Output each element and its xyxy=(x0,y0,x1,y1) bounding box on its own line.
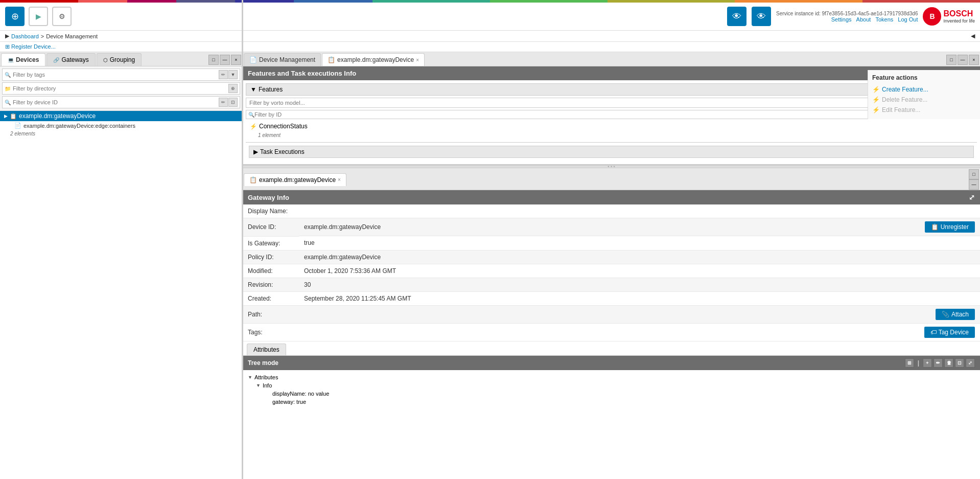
panel-resize-handle[interactable] xyxy=(242,52,243,479)
gateway-tab-close[interactable]: × xyxy=(416,57,419,63)
tree-mode-controls: ⊞ | + ✏ 🗑 ⊡ ⤢ xyxy=(905,358,975,368)
features-section-label: Features xyxy=(259,86,283,93)
settings-button[interactable]: ⚙ xyxy=(52,7,72,26)
create-feature-icon: ⚡ xyxy=(872,86,880,93)
tree-ctrl-copy[interactable]: ⊡ xyxy=(955,358,964,368)
tab-gateways[interactable]: 🔗 Gateways xyxy=(46,53,95,66)
tree-ctrl-edit[interactable]: ✏ xyxy=(934,358,943,368)
revision-label: Revision: xyxy=(243,278,299,291)
left-panel-minimize[interactable]: — xyxy=(220,55,230,65)
eye-button-1[interactable]: 👁 xyxy=(727,7,746,26)
tab-grouping[interactable]: ⬡ Grouping xyxy=(97,53,142,66)
created-label: Created: xyxy=(243,291,299,305)
tree-display-name-node: displayName: no value xyxy=(248,390,975,398)
register-label: Register Device... xyxy=(11,43,56,50)
device-list: ▶ 📋 example.dm:gatewayDevice 📄 example.d… xyxy=(0,111,242,479)
logout-link[interactable]: Log Out xyxy=(898,16,918,22)
bosch-tagline: Invented for life xyxy=(943,18,975,24)
gateway-info-panel: 📋 example.dm:gatewayDevice × □ — Gateway… xyxy=(243,168,980,479)
filter-by-deviceid-row: 🔍 ✏ ⊡ xyxy=(2,96,240,108)
filter-by-deviceid-input[interactable] xyxy=(13,99,219,105)
attributes-tab[interactable]: Attributes xyxy=(247,344,286,355)
tag-device-icon: 🏷 xyxy=(930,329,937,336)
tree-ctrl-1[interactable]: ⊞ xyxy=(905,358,914,368)
task-executions-header[interactable]: ▶ Task Executions xyxy=(249,146,974,158)
filter-id-copy[interactable]: ⊡ xyxy=(228,98,238,107)
filter-dir-action[interactable]: ⊕ xyxy=(228,84,238,93)
header-left: ⊕ ▶ ⚙ xyxy=(5,7,366,26)
tree-display-name-value: displayName: no value xyxy=(272,391,329,397)
left-tabs-bar: 💻 Devices 🔗 Gateways ⬡ Grouping □ — × xyxy=(0,52,242,66)
id-filter-input[interactable] xyxy=(254,111,970,118)
tree-mode-section: Tree mode ⊞ | + ✏ 🗑 ⊡ ⤢ ▼ Attributes xyxy=(243,356,980,409)
breadcrumb-dashboard[interactable]: Dashboard xyxy=(11,33,39,39)
filter-area: 🔍 ✏ ▼ 📁 ⊕ 🔍 ✏ ⊡ xyxy=(0,66,242,111)
gateway-panel-maximize[interactable]: □ xyxy=(969,169,979,179)
service-instance-id: Service instance id: 9f7e3856-15d3-4ac5-… xyxy=(776,11,918,16)
main-layout: 💻 Devices 🔗 Gateways ⬡ Grouping □ — × 🔍 xyxy=(0,52,980,479)
gateway-tab-icon: 📋 xyxy=(328,56,335,63)
home-button[interactable]: ⊕ xyxy=(5,7,25,26)
register-device-bar[interactable]: ⊞ Register Device... xyxy=(0,42,980,52)
right-panel-maximize[interactable]: □ xyxy=(946,55,956,65)
breadcrumb-collapse[interactable]: ◀ xyxy=(971,33,975,39)
unregister-button[interactable]: 📋 Unregister xyxy=(925,221,975,233)
device-label-gateway: example.dm:gatewayDevice xyxy=(19,112,96,120)
attach-button[interactable]: 📎 Attach xyxy=(936,309,975,320)
tokens-link[interactable]: Tokens xyxy=(875,16,893,22)
tree-expand-attributes: ▼ xyxy=(248,375,252,380)
filter-by-directory-input[interactable] xyxy=(13,85,228,92)
filter-id-edit[interactable]: ✏ xyxy=(219,98,228,107)
task-label: Task Executions xyxy=(260,148,305,155)
attach-icon: 📎 xyxy=(942,311,949,318)
create-feature-link[interactable]: ⚡ Create Feature... xyxy=(872,84,976,95)
display-name-value xyxy=(299,204,980,218)
tree-info-node[interactable]: ▼ Info xyxy=(248,381,975,390)
header: ⊕ ▶ ⚙ 👁 👁 Service instance id: 9f7e3856-… xyxy=(0,3,980,31)
edit-feature-link[interactable]: ⚡ Edit Feature... xyxy=(872,105,976,115)
filter-by-tags-input[interactable] xyxy=(13,72,219,78)
feature-connection-status[interactable]: ⚡ ConnectionStatus xyxy=(246,121,977,131)
play-icon: ▶ xyxy=(36,12,41,20)
settings-link[interactable]: Settings xyxy=(831,16,852,22)
left-panel-close[interactable]: × xyxy=(231,55,241,65)
play-button[interactable]: ▶ xyxy=(29,7,48,26)
right-tab-device-management[interactable]: 📄 Device Management xyxy=(244,53,321,66)
gateway-tab-label: example.dm:gatewayDevice xyxy=(337,56,414,63)
tree-ctrl-delete[interactable]: 🗑 xyxy=(944,358,953,368)
right-tab-gateway[interactable]: 📋 example.dm:gatewayDevice × xyxy=(322,53,425,66)
tags-value: 🏷 Tag Device xyxy=(299,324,980,341)
vorto-filter-input[interactable] xyxy=(246,98,966,107)
device-id-value: example.dm:gatewayDevice 📋 Unregister xyxy=(299,218,980,236)
delete-feature-link[interactable]: ⚡ Delete Feature... xyxy=(872,95,976,105)
gateway-info-tab[interactable]: 📋 example.dm:gatewayDevice × xyxy=(244,173,346,186)
tree-content: ▼ Attributes ▼ Info displayName: no valu… xyxy=(243,370,980,409)
display-name-row: Display Name: xyxy=(243,204,980,218)
tags-row: Tags: 🏷 Tag Device xyxy=(243,324,980,341)
right-panel-minimize[interactable]: — xyxy=(958,55,968,65)
filter-tags-dropdown[interactable]: ▼ xyxy=(228,70,238,79)
tree-gateway-value: gateway: true xyxy=(272,399,306,405)
left-panel-maximize[interactable]: □ xyxy=(208,55,219,65)
gateway-info-tab-close[interactable]: × xyxy=(338,177,341,183)
tree-attributes-root[interactable]: ▼ Attributes xyxy=(248,373,975,381)
task-expand-icon: ▶ xyxy=(253,148,258,155)
gateway-panel-minimize[interactable]: — xyxy=(969,179,979,190)
tag-device-button[interactable]: 🏷 Tag Device xyxy=(924,327,975,338)
filter-by-directory-row: 📁 ⊕ xyxy=(2,82,240,95)
device-sub-item-containers[interactable]: 📄 example.dm:gatewayDevice:edge:containe… xyxy=(0,121,242,130)
expand-icon[interactable]: ⤢ xyxy=(969,193,975,201)
eye-button-2[interactable]: 👁 xyxy=(752,7,771,26)
device-id-label: Device ID: xyxy=(243,218,299,237)
bosch-name: BOSCH xyxy=(943,9,975,18)
tab-devices[interactable]: 💻 Devices xyxy=(1,53,45,66)
search-icon-tags: 🔍 xyxy=(5,72,11,78)
tree-ctrl-expand[interactable]: ⤢ xyxy=(966,358,975,368)
filter-tags-edit[interactable]: ✏ xyxy=(219,70,228,79)
tree-ctrl-add[interactable]: + xyxy=(923,358,932,368)
device-item-gateway[interactable]: ▶ 📋 example.dm:gatewayDevice xyxy=(0,111,242,121)
right-panel-close[interactable]: × xyxy=(969,55,979,65)
about-link[interactable]: About xyxy=(856,16,871,22)
device-icon-containers: 📄 xyxy=(14,122,21,129)
path-row: Path: 📎 Attach xyxy=(243,305,980,324)
